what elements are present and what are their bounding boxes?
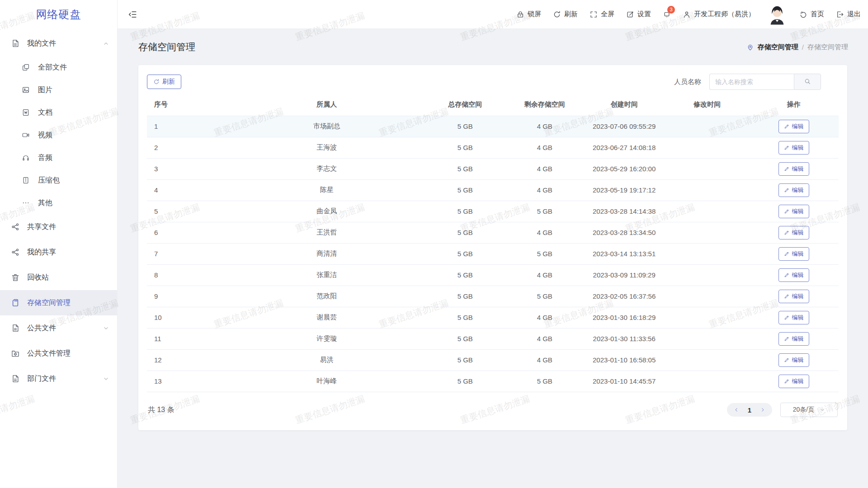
column-header-remaining: 剩余存储空间 xyxy=(507,94,583,116)
cell-remaining: 5 GB xyxy=(507,201,583,222)
topbar: 锁屏刷新全屏设置 3 开发工程师（易洪） 首页 退出 xyxy=(118,0,868,29)
cell-owner: 市场副总 xyxy=(230,116,424,137)
lock-screen-label: 锁屏 xyxy=(528,10,541,19)
file-icon xyxy=(11,39,20,48)
edit-button-label: 编辑 xyxy=(792,377,804,385)
cell-remaining: 5 GB xyxy=(507,371,583,392)
lock-screen-button[interactable]: 锁屏 xyxy=(516,10,541,19)
file-icon xyxy=(11,324,20,333)
cell-modified xyxy=(665,286,749,307)
edit-button[interactable]: 编辑 xyxy=(778,120,809,133)
archive-icon xyxy=(22,176,30,184)
notifications-button[interactable]: 3 xyxy=(663,10,671,19)
app-logo: 网络硬盘 xyxy=(0,0,117,29)
edit-button[interactable]: 编辑 xyxy=(778,375,809,388)
cell-owner: 李志文 xyxy=(230,158,424,179)
table-row: 12易洪5 GB4 GB2023-01-10 16:58:05编辑 xyxy=(147,349,839,371)
sidebar-menu: 我的文件全部文件图片文档视频音频压缩包其他共享文件我的共享回收站存储空间管理公共… xyxy=(0,29,117,391)
refresh-icon xyxy=(153,79,160,85)
audio-icon xyxy=(22,154,30,162)
sidebar-item-label: 其他 xyxy=(38,198,52,208)
cell-no: 12 xyxy=(147,349,230,371)
cell-no: 8 xyxy=(147,264,230,286)
page-size-select[interactable]: 20条/页 xyxy=(780,403,838,417)
cell-no: 6 xyxy=(147,222,230,243)
fullscreen-icon xyxy=(590,10,598,19)
cell-modified xyxy=(665,328,749,349)
edit-button[interactable]: 编辑 xyxy=(778,268,809,282)
cell-modified xyxy=(665,137,749,158)
edit-button[interactable]: 编辑 xyxy=(778,353,809,367)
table-row: 1市场副总5 GB4 GB2023-07-06 09:55:29编辑 xyxy=(147,116,839,137)
sidebar-item-archives[interactable]: 压缩包 xyxy=(0,169,117,192)
column-header-actions: 操作 xyxy=(749,94,839,116)
edit-button[interactable]: 编辑 xyxy=(778,332,809,346)
column-header-total: 总存储空间 xyxy=(424,94,507,116)
user-menu[interactable]: 开发工程师（易洪） xyxy=(683,10,755,19)
edit-button[interactable]: 编辑 xyxy=(778,247,809,261)
edit-button-label: 编辑 xyxy=(792,356,804,364)
sidebar-item-shared-files[interactable]: 共享文件 xyxy=(0,214,117,239)
refresh-button[interactable]: 刷新 xyxy=(553,10,578,19)
edit-button[interactable]: 编辑 xyxy=(778,183,809,197)
refresh-label: 刷新 xyxy=(564,10,578,19)
search-button[interactable] xyxy=(794,74,821,90)
page-title: 存储空间管理 xyxy=(138,41,195,53)
fullscreen-button[interactable]: 全屏 xyxy=(590,10,614,19)
cell-remaining: 4 GB xyxy=(507,137,583,158)
sidebar-item-my-shares[interactable]: 我的共享 xyxy=(0,239,117,265)
edit-button[interactable]: 编辑 xyxy=(778,141,809,155)
pencil-icon xyxy=(784,230,790,235)
edit-button[interactable]: 编辑 xyxy=(778,205,809,218)
sidebar-item-storage-management[interactable]: 存储空间管理 xyxy=(0,290,117,315)
sidebar-item-public-files-management[interactable]: 公共文件管理 xyxy=(0,341,117,366)
edit-button[interactable]: 编辑 xyxy=(778,226,809,239)
edit-button[interactable]: 编辑 xyxy=(778,162,809,176)
column-header-no: 序号 xyxy=(147,94,230,116)
home-button[interactable]: 首页 xyxy=(799,10,824,19)
all-files-icon xyxy=(22,63,30,71)
search-input[interactable] xyxy=(709,74,794,90)
table-toolbar: 刷新 人员名称 xyxy=(138,65,847,94)
cell-modified xyxy=(665,158,749,179)
share-icon xyxy=(11,248,20,257)
cell-created: 2023-01-10 14:45:57 xyxy=(583,371,666,392)
sidebar-item-label: 公共文件管理 xyxy=(27,349,71,358)
sidebar-item-department-files[interactable]: 部门文件 xyxy=(0,366,117,391)
settings-icon xyxy=(626,10,634,19)
sidebar-item-others[interactable]: 其他 xyxy=(0,192,117,214)
sidebar-item-label: 全部文件 xyxy=(38,63,67,72)
sidebar-item-images[interactable]: 图片 xyxy=(0,79,117,101)
breadcrumb-root[interactable]: 存储空间管理 xyxy=(758,43,798,52)
collapse-sidebar-icon[interactable] xyxy=(127,9,137,19)
edit-button-label: 编辑 xyxy=(792,165,804,173)
breadcrumb: 存储空间管理 / 存储空间管理 xyxy=(746,43,848,52)
avatar[interactable] xyxy=(767,4,788,25)
prev-page-button[interactable] xyxy=(730,403,743,417)
cell-created: 2023-07-06 09:55:29 xyxy=(583,116,666,137)
logout-button[interactable]: 退出 xyxy=(836,10,861,19)
cell-total: 5 GB xyxy=(424,264,507,286)
sidebar-item-public-files[interactable]: 公共文件 xyxy=(0,315,117,341)
cell-remaining: 5 GB xyxy=(507,243,583,264)
sidebar-item-recycle-bin[interactable]: 回收站 xyxy=(0,265,117,290)
cell-no: 1 xyxy=(147,116,230,137)
sidebar-item-label: 图片 xyxy=(38,85,52,95)
refresh-button[interactable]: 刷新 xyxy=(147,75,181,89)
sidebar-item-videos[interactable]: 视频 xyxy=(0,124,117,146)
settings-button[interactable]: 设置 xyxy=(626,10,651,19)
edit-button[interactable]: 编辑 xyxy=(778,311,809,324)
sidebar-item-label: 回收站 xyxy=(27,273,49,282)
sidebar-item-documents[interactable]: 文档 xyxy=(0,101,117,124)
next-page-button[interactable] xyxy=(756,403,769,417)
pencil-icon xyxy=(784,123,790,129)
search-group: 人员名称 xyxy=(674,74,821,90)
edit-button[interactable]: 编辑 xyxy=(778,290,809,303)
cell-no: 2 xyxy=(147,137,230,158)
sidebar-item-label: 我的文件 xyxy=(27,39,56,48)
chevron-down-icon xyxy=(103,325,109,331)
sidebar-item-my-files[interactable]: 我的文件 xyxy=(0,31,117,56)
sidebar-item-audio[interactable]: 音频 xyxy=(0,146,117,169)
sidebar-item-all-files[interactable]: 全部文件 xyxy=(0,56,117,79)
column-header-owner: 所属人 xyxy=(230,94,424,116)
